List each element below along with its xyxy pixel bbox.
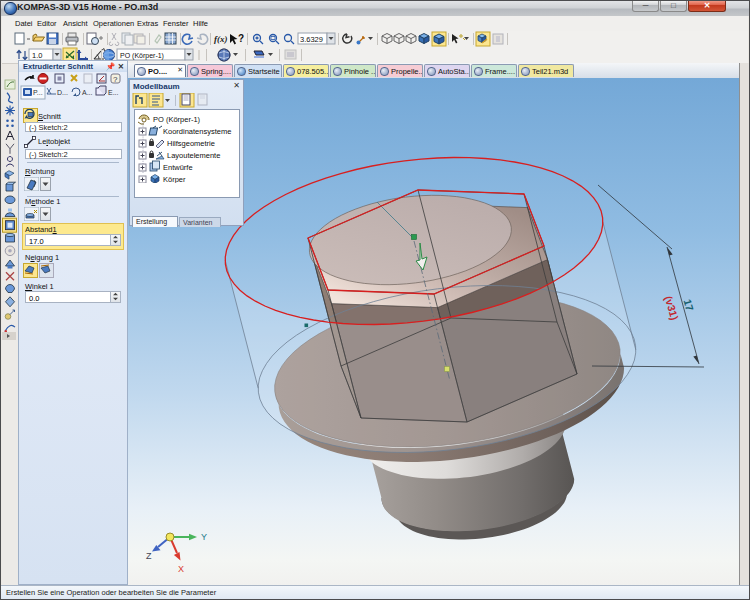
svg-text:Y: Y [201,532,207,542]
svg-text:Koordinatensysteme: Koordinatensysteme [163,127,231,136]
svg-text:1.0: 1.0 [32,51,42,60]
svg-text:P...: P... [33,89,43,96]
svg-text:3.6329: 3.6329 [300,35,323,44]
svg-text:Z: Z [146,551,152,561]
svg-text:?: ? [113,75,118,84]
svg-text:Layoutelemente: Layoutelemente [167,151,220,160]
svg-text:PO (Körper-1): PO (Körper-1) [153,115,201,124]
svg-text:Hilfsgeometrie: Hilfsgeometrie [167,139,215,148]
svg-text:E...: E... [108,89,119,96]
svg-text:?: ? [238,33,244,44]
svg-text:PO (Körper-1): PO (Körper-1) [120,52,164,60]
svg-text:f(x): f(x) [214,34,228,44]
svg-text:D...: D... [57,89,68,96]
svg-text:Körper: Körper [163,175,186,183]
svg-text:Entwürfe: Entwürfe [163,163,193,172]
svg-text:A...: A... [82,89,93,96]
svg-text:X: X [178,564,184,574]
